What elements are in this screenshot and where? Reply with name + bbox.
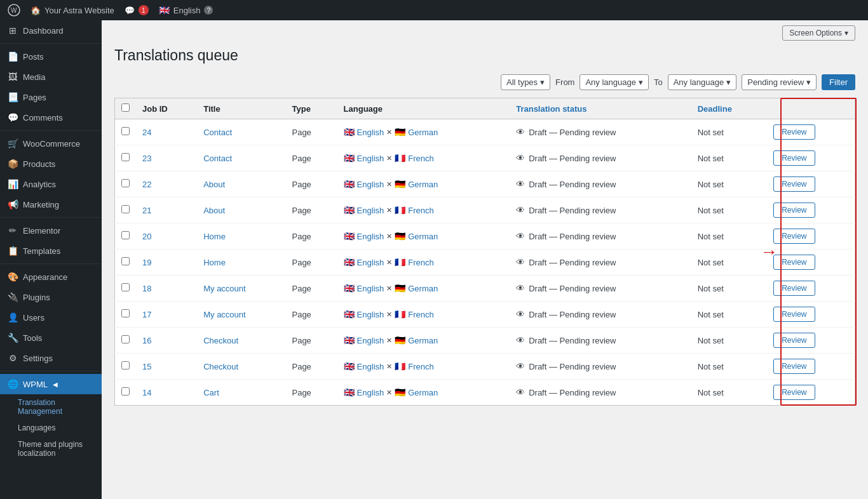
page-title: Translations queue [114, 47, 855, 64]
sidebar-item-media[interactable]: 🖼 Media [0, 67, 102, 87]
job-id-link[interactable]: 14 [142, 388, 151, 397]
job-id-link[interactable]: 22 [142, 180, 151, 189]
review-button[interactable]: Review [773, 333, 815, 348]
job-id-link[interactable]: 15 [142, 362, 151, 371]
job-id-link[interactable]: 16 [142, 336, 151, 345]
row-action-cell: Review [767, 223, 855, 250]
review-button[interactable]: Review [773, 176, 815, 192]
review-button[interactable]: Review [773, 229, 815, 244]
row-checkbox-cell [115, 328, 137, 354]
sidebar-item-marketing[interactable]: 📢 Marketing [0, 194, 102, 215]
review-button[interactable]: Review [773, 150, 815, 166]
sidebar-item-pages[interactable]: 📃 Pages [0, 87, 102, 107]
to-lang: French [408, 310, 433, 319]
select-all-checkbox[interactable] [121, 103, 130, 112]
title-link[interactable]: Checkout [203, 336, 238, 345]
sidebar-subitem-languages[interactable]: Languages [0, 420, 102, 436]
table-row: 23 Contact Page 🇬🇧 English ✕ 🇫🇷 French 👁… [115, 145, 855, 171]
sidebar-item-products[interactable]: 📦 Products [0, 154, 102, 174]
title-link[interactable]: Contact [203, 154, 232, 163]
title-link[interactable]: Checkout [203, 362, 238, 371]
title-link[interactable]: Home [203, 232, 226, 241]
sidebar-item-analytics[interactable]: 📊 Analytics [0, 174, 102, 194]
row-checkbox[interactable] [121, 335, 130, 343]
row-checkbox[interactable] [121, 205, 130, 213]
row-checkbox[interactable] [121, 153, 130, 161]
sidebar-item-woocommerce[interactable]: 🛒 WooCommerce [0, 133, 102, 154]
language-item[interactable]: 🇬🇧 English ? [159, 5, 214, 15]
review-button[interactable]: Review [773, 307, 815, 322]
title-link[interactable]: About [203, 180, 225, 189]
review-button[interactable]: Review [773, 281, 815, 296]
sidebar-item-users[interactable]: 👤 Users [0, 307, 102, 328]
to-language-label: Any language [674, 77, 724, 87]
row-type-cell: Page [285, 145, 337, 171]
title-link[interactable]: Home [203, 258, 226, 267]
row-action-cell: Review [767, 380, 855, 406]
header-job-id: Job ID [136, 98, 197, 119]
review-button[interactable]: Review [773, 203, 815, 218]
row-title-cell: Home [197, 223, 285, 250]
help-icon[interactable]: ? [204, 6, 213, 15]
row-checkbox[interactable] [121, 231, 130, 239]
row-checkbox[interactable] [121, 283, 130, 291]
from-flag-icon: 🇬🇧 [344, 335, 355, 345]
eye-icon: 👁 [516, 283, 525, 293]
status-text: Draft — Pending review [529, 284, 616, 293]
site-name-item[interactable]: 🏠 Your Astra Website [31, 6, 114, 15]
sidebar-item-wpml[interactable]: 🌐 WPML ◀ [0, 374, 102, 394]
job-id-link[interactable]: 21 [142, 206, 151, 215]
review-button[interactable]: Review [773, 359, 815, 374]
to-language-dropdown[interactable]: Any language ▾ [668, 74, 737, 90]
to-lang: German [408, 180, 438, 189]
review-button[interactable]: Review [773, 255, 815, 270]
header-translation-status[interactable]: Translation status [510, 98, 691, 119]
all-types-dropdown[interactable]: All types ▾ [501, 74, 550, 90]
sidebar-item-tools[interactable]: 🔧 Tools [0, 328, 102, 348]
sidebar-item-appearance[interactable]: 🎨 Appearance [0, 267, 102, 287]
review-button[interactable]: Review [773, 385, 815, 400]
job-id-link[interactable]: 20 [142, 232, 151, 241]
job-id-link[interactable]: 17 [142, 310, 151, 319]
title-link[interactable]: About [203, 206, 225, 215]
screen-options-button[interactable]: Screen Options ▾ [782, 25, 855, 41]
header-deadline[interactable]: Deadline [691, 98, 767, 119]
wp-logo-item[interactable]: W [8, 4, 20, 17]
row-checkbox[interactable] [121, 361, 130, 369]
sidebar-item-posts[interactable]: 📄 Posts [0, 46, 102, 67]
row-title-cell: Contact [197, 145, 285, 171]
sidebar-item-templates[interactable]: 📋 Templates [0, 241, 102, 261]
all-types-arrow: ▾ [540, 77, 545, 87]
row-checkbox[interactable] [121, 309, 130, 317]
row-checkbox[interactable] [121, 387, 130, 396]
status-text: Draft — Pending review [529, 128, 616, 137]
job-id-link[interactable]: 23 [142, 154, 151, 163]
row-checkbox[interactable] [121, 179, 130, 187]
sidebar-item-elementor[interactable]: ✏ Elementor [0, 220, 102, 241]
sidebar-item-dashboard[interactable]: ⊞ Dashboard [0, 20, 102, 41]
job-id-link[interactable]: 18 [142, 284, 151, 293]
sidebar-subitem-translation-management[interactable]: Translation Management [0, 394, 102, 420]
row-language-cell: 🇬🇧 English ✕ 🇩🇪 German [337, 276, 510, 302]
review-button[interactable]: Review [773, 124, 815, 140]
sidebar-subitem-theme-plugins[interactable]: Theme and plugins localization [0, 436, 102, 462]
sidebar-item-plugins[interactable]: 🔌 Plugins [0, 287, 102, 307]
notifications-item[interactable]: 💬 1 [125, 5, 149, 15]
filter-button[interactable]: Filter [822, 74, 855, 90]
sidebar-label-marketing: Marketing [23, 200, 59, 210]
job-id-link[interactable]: 24 [142, 128, 151, 137]
title-link[interactable]: My account [203, 284, 245, 293]
sidebar-item-comments[interactable]: 💬 Comments [0, 107, 102, 128]
title-link[interactable]: Contact [203, 128, 232, 137]
row-type-cell: Page [285, 171, 337, 197]
sidebar-item-settings[interactable]: ⚙ Settings [0, 348, 102, 368]
status-dropdown[interactable]: Pending review ▾ [742, 74, 817, 90]
title-link[interactable]: Cart [203, 388, 219, 397]
row-checkbox-cell [115, 145, 137, 171]
row-checkbox[interactable] [121, 127, 130, 135]
title-link[interactable]: My account [203, 310, 245, 319]
job-id-link[interactable]: 19 [142, 258, 151, 267]
from-language-dropdown[interactable]: Any language ▾ [580, 74, 649, 90]
row-checkbox[interactable] [121, 257, 130, 265]
analytics-icon: 📊 [8, 179, 18, 189]
